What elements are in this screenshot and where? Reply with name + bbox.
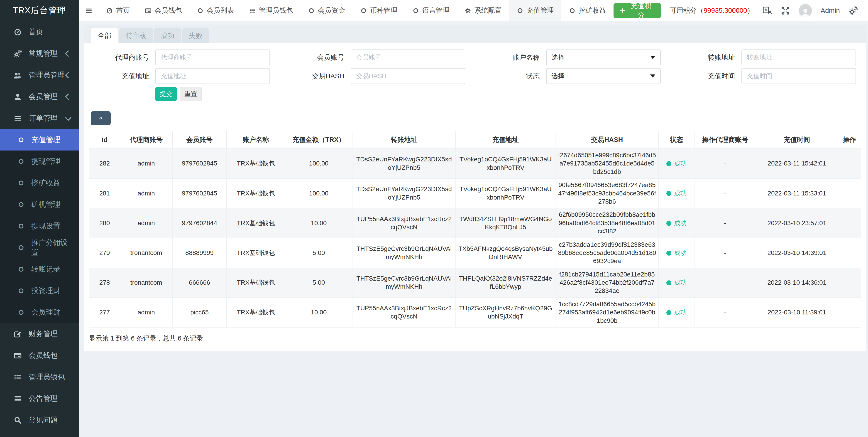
cell-operator: - <box>694 238 756 268</box>
cell-account: TRX基础钱包 <box>226 208 285 238</box>
topnav-item-label: 系统配置 <box>474 6 502 15</box>
topnav-item[interactable]: 币种管理 <box>353 0 405 21</box>
tab-1[interactable]: 待审核 <box>119 28 153 43</box>
cell-status: 成功 <box>659 178 694 208</box>
sidebar-item[interactable]: 管理员钱包 <box>0 366 79 388</box>
recharge-address-label: 充值地址 <box>84 71 155 81</box>
topnav-item[interactable]: 系统配置 <box>457 0 509 21</box>
topnav-item[interactable]: 会员资金 <box>301 0 353 21</box>
avatar[interactable] <box>799 4 812 17</box>
circle-icon <box>18 266 25 273</box>
account-name-label: 账户名称 <box>475 53 546 62</box>
column-header: 操作代理商账号 <box>694 131 756 149</box>
table-header-row: Id代理商账号会员账号账户名称充值金额（TRX）转账地址充值地址交易HASH状态… <box>89 131 861 149</box>
column-header: 交易HASH <box>555 131 659 149</box>
topnav-item[interactable]: 首页 <box>99 0 137 21</box>
column-header: 充值金额（TRX） <box>285 131 352 149</box>
topnav-item-label: 首页 <box>116 6 130 15</box>
submit-button[interactable]: 提交 <box>155 87 177 101</box>
wallet-icon <box>145 7 152 14</box>
cell-action <box>838 208 861 238</box>
admin-username[interactable]: Admin <box>820 7 840 14</box>
sidebar-subitem[interactable]: 提现设置 <box>0 215 79 237</box>
cell-member: 9797602844 <box>173 208 226 238</box>
sidebar-subitem[interactable]: 矿机管理 <box>0 194 79 215</box>
refresh-button[interactable] <box>91 111 111 125</box>
table-body: 282admin9797602845TRX基础钱包100.00TDsS2eUnF… <box>89 149 861 327</box>
cell-transfer_address: TUP55nAAx3BtxjJBxebE1xcRcz2cqQVscN <box>352 298 456 327</box>
sidebar-item[interactable]: ✈下载链接 <box>0 431 79 437</box>
sidebar-subitem[interactable]: 投资理财 <box>0 280 79 301</box>
filter-group-member: 会员账号 <box>280 50 475 65</box>
sidebar-item[interactable]: 会员钱包 <box>0 345 79 366</box>
sidebar-subitem-label: 转账记录 <box>31 264 60 274</box>
search-icon <box>13 416 23 424</box>
cell-transfer_address: THTSzE5geCvrc3b9GrLqNAUVAimyWmNKHh <box>352 268 456 298</box>
recharge-time-input[interactable] <box>741 68 856 84</box>
svg-text:A: A <box>765 8 767 12</box>
topnav-item[interactable]: 充值管理 <box>509 0 561 21</box>
sidebar-item[interactable]: 财务管理 <box>0 323 79 345</box>
topnav-item[interactable]: 挖矿收益 <box>561 0 614 21</box>
cell-account: TRX基础钱包 <box>226 149 285 178</box>
status-select[interactable]: 选择 <box>546 68 661 84</box>
recharge-address-input[interactable] <box>155 68 270 84</box>
sidebar-item[interactable]: 管理员管理 <box>0 64 79 86</box>
topnav-item[interactable]: 会员钱包 <box>137 0 189 21</box>
table-row: 278tronantcom666666TRX基础钱包5.00THTSzE5geC… <box>89 268 861 298</box>
cell-amount: 5.00 <box>285 268 352 298</box>
app-root: TRX后台管理 首页常规管理管理员管理会员管理订单管理充值管理提现管理挖矿收益矿… <box>0 0 868 437</box>
chevron-left-icon <box>65 72 71 78</box>
reset-button[interactable]: 重置 <box>180 87 202 101</box>
sidebar-item[interactable]: 订单管理 <box>0 107 79 129</box>
listul-icon <box>249 7 256 14</box>
account-name-select[interactable]: 选择 <box>546 50 661 65</box>
transfer-address-input[interactable] <box>741 50 856 65</box>
topbar: 首页会员钱包会员列表管理员钱包会员资金币种管理语言管理系统配置充值管理挖矿收益 … <box>79 0 868 21</box>
member-account-input[interactable] <box>351 50 465 65</box>
tab-3[interactable]: 失败 <box>182 28 209 43</box>
sidebar-item[interactable]: 常见问题 <box>0 409 79 431</box>
tab-2[interactable]: 成功 <box>154 28 181 43</box>
cell-agent: admin <box>120 298 173 327</box>
cell-transfer_address: TDsS2eUnFYaRKwgG223DtX5sdoYjUZPnb5 <box>352 178 456 208</box>
sidebar-subitem[interactable]: 会员理财 <box>0 301 79 323</box>
tab-0[interactable]: 全部 <box>91 28 118 43</box>
sidebar-item-label: 管理员钱包 <box>29 372 70 382</box>
sidebar-item[interactable]: 首页 <box>0 21 79 43</box>
topnav-item-label: 充值管理 <box>527 6 554 15</box>
status-dot-icon <box>666 161 671 166</box>
sidebar-item[interactable]: 会员管理 <box>0 86 79 107</box>
cell-amount: 5.00 <box>285 238 352 268</box>
recharge-time-label: 充值时间 <box>671 71 741 81</box>
agent-account-input[interactable] <box>155 50 270 65</box>
settings-gears-icon[interactable] <box>848 6 858 16</box>
topnav-item[interactable]: 语言管理 <box>405 0 457 21</box>
cell-id: 280 <box>89 208 120 238</box>
cell-time: 2022-03-11 15:33:01 <box>756 178 838 208</box>
cell-account: TRX基础钱包 <box>226 298 285 327</box>
fullscreen-icon[interactable] <box>781 6 790 16</box>
recharge-points-button[interactable]: + 充值积分 <box>614 3 661 18</box>
content-area: 全部待审核成功失败 代理商账号 会员账号 <box>79 21 868 437</box>
sidebar-subitem[interactable]: 提现管理 <box>0 150 79 172</box>
cell-hash: f2674d65051e999c89c6bc37f46d5a7e91735ab5… <box>555 149 659 178</box>
sidebar-subitem[interactable]: 转账记录 <box>0 258 79 280</box>
sidebar-subitem-label: 挖矿收益 <box>31 178 60 188</box>
tx-hash-input[interactable] <box>351 68 465 84</box>
language-icon[interactable]: A <box>763 6 772 16</box>
sidebar-subitem[interactable]: 充值管理 <box>0 129 79 150</box>
wallet-icon <box>13 351 23 359</box>
topnav-item[interactable]: 会员列表 <box>189 0 242 21</box>
cell-action <box>838 268 861 298</box>
sidebar-subitem-label: 推广分佣设置 <box>31 238 70 258</box>
cell-status: 成功 <box>659 149 694 178</box>
topnav-item[interactable]: 管理员钱包 <box>242 0 301 21</box>
filter-form: 代理商账号 会员账号 账户名称 选择 <box>84 50 866 84</box>
recharge-points-label: 充值积分 <box>627 1 655 20</box>
sidebar-subitem[interactable]: 挖矿收益 <box>0 172 79 194</box>
sidebar-item[interactable]: 公告管理 <box>0 388 79 409</box>
sidebar-toggle-button[interactable] <box>79 0 99 21</box>
sidebar-item[interactable]: 常规管理 <box>0 43 79 64</box>
sidebar-subitem[interactable]: 推广分佣设置 <box>0 237 79 258</box>
